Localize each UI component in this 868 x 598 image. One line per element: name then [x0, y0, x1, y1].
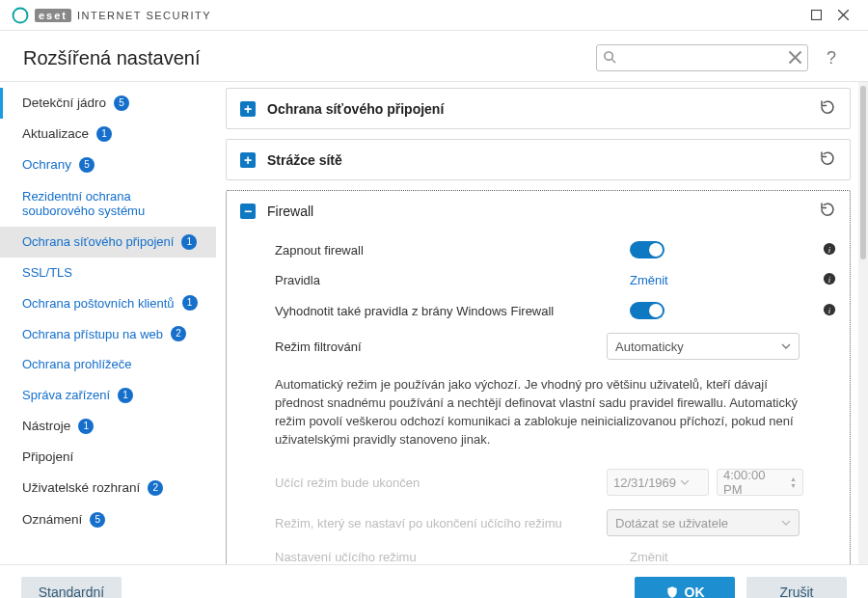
sidebar-item-label: Ochrany [22, 157, 71, 173]
sidebar-item-badge: 2 [148, 480, 163, 496]
sidebar-item-badge: 5 [114, 95, 129, 111]
panel-body: Zapnout firewall i Pravidla Změnit i Vyh… [227, 231, 850, 564]
info-icon[interactable]: i [823, 272, 836, 288]
window-close-button[interactable] [829, 2, 856, 29]
default-button[interactable]: Standardní [21, 577, 122, 599]
search-input[interactable] [596, 44, 808, 71]
panel-title: Strážce sítě [267, 152, 807, 168]
revert-icon[interactable] [819, 98, 836, 119]
setting-label: Režim filtrování [275, 340, 597, 354]
date-value: 12/31/1969 [613, 476, 676, 490]
sidebar-item-ui[interactable]: Uživatelské rozhraní 2 [0, 473, 216, 503]
link-edit-learning: Změnit [630, 550, 668, 564]
select-value: Automaticky [615, 340, 684, 354]
search [596, 44, 808, 71]
window-maximize-button[interactable] [802, 2, 829, 29]
scrollbar-thumb[interactable] [860, 86, 866, 259]
sidebar-item-label: Detekční jádro [22, 95, 106, 111]
sidebar-item-label: Aktualizace [22, 126, 89, 142]
row-filter-mode: Režim filtrování Automaticky [275, 326, 836, 367]
sidebar-item-notifications[interactable]: Oznámení 5 [0, 504, 216, 535]
filter-mode-description: Automatický režim je používán jako výcho… [275, 367, 836, 462]
info-icon[interactable]: i [823, 303, 836, 319]
toggle-windows-firewall-rules[interactable] [630, 302, 665, 319]
svg-point-0 [14, 8, 28, 22]
row-learning-config: Nastavení učícího režimu Změnit [275, 543, 836, 564]
sidebar-item-badge: 5 [79, 157, 95, 173]
select-filter-mode[interactable]: Automaticky [607, 333, 800, 360]
setting-label: Vyhodnotit také pravidla z brány Windows… [275, 304, 620, 318]
footer: Standardní OK Zrušit [0, 564, 868, 598]
sidebar-item-label: Uživatelské rozhraní [22, 480, 140, 496]
info-icon[interactable]: i [823, 242, 836, 258]
ok-button[interactable]: OK [635, 577, 735, 599]
page-title: Rozšířená nastavení [23, 47, 200, 69]
link-edit-rules[interactable]: Změnit [630, 273, 668, 287]
sidebar-item-realtime-fs[interactable]: Rezidentní ochrana souborového systému [0, 181, 216, 227]
collapse-icon[interactable]: − [240, 204, 256, 219]
header: Rozšířená nastavení ? [0, 31, 868, 82]
body: Detekční jádro 5 Aktualizace 1 Ochrany 5… [0, 82, 868, 564]
sidebar-item-badge: 1 [181, 234, 197, 250]
select-value: Dotázat se uživatele [615, 516, 728, 530]
sidebar-item-protections[interactable]: Ochrany 5 [0, 150, 216, 180]
brand: eset INTERNET SECURITY [12, 7, 211, 24]
brand-logo-icon [12, 7, 29, 24]
scrollbar[interactable] [858, 82, 868, 564]
time-value: 4:00:00 PM [723, 468, 786, 497]
panel-head[interactable]: + Strážce sítě [227, 140, 850, 179]
main: + Ochrana síťového připojení + Strážce s… [216, 82, 858, 564]
toggle-enable-firewall[interactable] [630, 241, 665, 258]
sidebar-item-badge: 2 [171, 326, 186, 341]
panel-title: Firewall [267, 204, 807, 219]
sidebar-item-device-mgmt[interactable]: Správa zařízení 1 [0, 380, 216, 411]
panel-head[interactable]: + Ochrana síťového připojení [227, 89, 850, 128]
row-windows-firewall-rules: Vyhodnotit také pravidla z brány Windows… [275, 295, 836, 326]
revert-icon[interactable] [819, 201, 836, 221]
setting-label: Nastavení učícího režimu [275, 550, 620, 564]
row-mode-after-learning: Režim, který se nastaví po ukončení učíc… [275, 503, 836, 543]
row-rules: Pravidla Změnit i [275, 265, 836, 295]
product-name: INTERNET SECURITY [77, 10, 211, 21]
setting-label: Režim, který se nastaví po ukončení učíc… [275, 516, 597, 530]
sidebar-item-web-access[interactable]: Ochrana přístupu na web 2 [0, 318, 216, 349]
chevron-down-icon [680, 476, 690, 490]
sidebar-item-network-protection[interactable]: Ochrana síťového připojení 1 [0, 227, 216, 258]
row-learning-until: Učící režim bude ukončen 12/31/1969 4:00… [275, 462, 836, 503]
setting-label: Pravidla [275, 273, 620, 287]
time-picker-learning-end: 4:00:00 PM ▲▼ [717, 469, 803, 496]
sidebar-item-connection[interactable]: Připojení [0, 442, 216, 473]
sidebar-item-badge: 1 [182, 295, 198, 311]
row-enable-firewall: Zapnout firewall i [275, 234, 836, 265]
sidebar-item-browser[interactable]: Ochrana prohlížeče [0, 349, 216, 380]
clear-search-icon[interactable] [788, 50, 802, 68]
svg-rect-1 [811, 11, 821, 20]
select-mode-after-learning: Dotázat se uživatele [607, 509, 800, 536]
sidebar-item-update[interactable]: Aktualizace 1 [0, 119, 216, 150]
shield-icon [665, 585, 679, 599]
sidebar-item-badge: 1 [96, 126, 112, 142]
brand-name: eset [35, 9, 71, 22]
sidebar-item-tools[interactable]: Nástroje 1 [0, 411, 216, 442]
expand-icon[interactable]: + [240, 152, 256, 168]
time-stepper-icon: ▲▼ [790, 476, 797, 489]
expand-icon[interactable]: + [240, 101, 256, 117]
revert-icon[interactable] [819, 150, 836, 170]
panel-firewall: − Firewall Zapnout firewall i Pravidla Z… [226, 190, 851, 564]
sidebar-item-label: Ochrana síťového připojení [22, 234, 174, 250]
help-button[interactable]: ? [818, 48, 845, 68]
sidebar-item-label: Správa zařízení [22, 388, 110, 403]
panel-head[interactable]: − Firewall [227, 191, 850, 231]
sidebar-item-badge: 1 [118, 388, 133, 403]
ok-label: OK [685, 584, 705, 599]
svg-point-2 [605, 52, 612, 60]
setting-label: Učící režim bude ukončen [275, 476, 597, 490]
sidebar-item-email-clients[interactable]: Ochrana poštovních klientů 1 [0, 287, 216, 318]
setting-label: Zapnout firewall [275, 243, 620, 258]
cancel-button[interactable]: Zrušit [746, 577, 847, 599]
sidebar: Detekční jádro 5 Aktualizace 1 Ochrany 5… [0, 82, 216, 564]
sidebar-item-badge: 5 [90, 512, 105, 528]
sidebar-item-detection-core[interactable]: Detekční jádro 5 [0, 88, 216, 119]
titlebar: eset INTERNET SECURITY [0, 0, 868, 31]
sidebar-item-ssl-tls[interactable]: SSL/TLS [0, 258, 216, 288]
